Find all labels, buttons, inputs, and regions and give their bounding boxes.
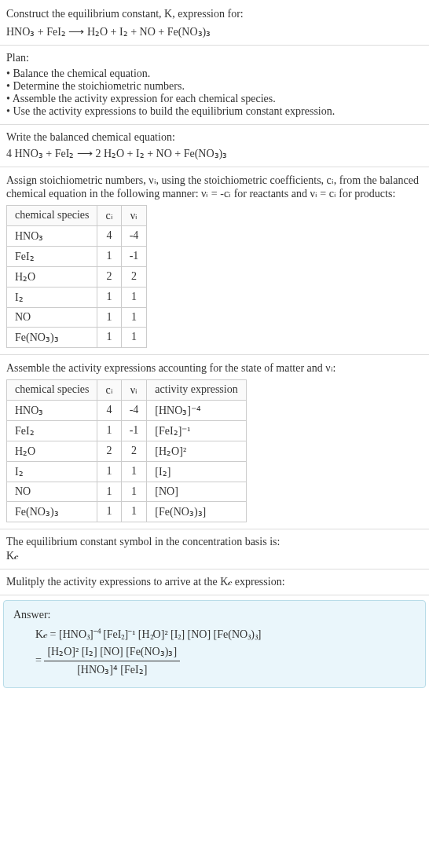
cell-v: -1 [121,246,147,266]
activity-section: Assemble the activity expressions accoun… [0,355,429,529]
answer-fraction: [H₂O]² [I₂] [NO] [Fe(NO₃)₃] [HNO₃]⁴ [FeI… [44,643,180,679]
plan-item: • Assemble the activity expression for e… [6,93,423,105]
cell-c: 4 [97,400,121,420]
cell-species: H₂O [7,441,97,461]
symbol-section: The equilibrium constant symbol in the c… [0,529,429,570]
cell-v: 1 [121,287,147,307]
plan-section: Plan: • Balance the chemical equation. •… [0,46,429,125]
table-row: I₂ 1 1 [7,287,147,307]
stoich-table: chemical species cᵢ νᵢ HNO₃ 4 -4 FeI₂ 1 … [6,205,147,348]
cell-expr: [NO] [147,482,246,501]
cell-c: 2 [97,441,121,461]
table-row: Fe(NO₃)₃ 1 1 [Fe(NO₃)₃] [7,501,247,522]
balanced-section: Write the balanced chemical equation: 4 … [0,125,429,167]
cell-c: 1 [97,246,121,266]
answer-frac-line: = [H₂O]² [I₂] [NO] [Fe(NO₃)₃] [HNO₃]⁴ [F… [13,643,416,679]
answer-line1: K𝒸 = [HNO₃]⁻⁴ [FeI₂]⁻¹ [H₂O]² [I₂] [NO] … [13,626,416,643]
activity-table: chemical species cᵢ νᵢ activity expressi… [6,379,247,522]
cell-species: Fe(NO₃)₃ [7,501,97,522]
intro-section: Construct the equilibrium constant, K, e… [0,0,429,46]
cell-c: 2 [97,266,121,287]
cell-v: 2 [121,441,147,461]
table-row: HNO₃ 4 -4 [HNO₃]⁻⁴ [7,400,247,420]
table-header-row: chemical species cᵢ νᵢ [7,205,147,225]
cell-v: 1 [121,307,147,327]
cell-species: NO [7,482,97,501]
activity-heading: Assemble the activity expressions accoun… [6,361,423,375]
cell-c: 1 [97,307,121,327]
multiply-heading: Mulitply the activity expressions to arr… [6,576,423,588]
cell-expr: [H₂O]² [147,441,246,461]
plan-list: • Balance the chemical equation. • Deter… [6,68,423,118]
answer-eq: = [35,654,42,666]
balanced-heading: Write the balanced chemical equation: [6,131,423,144]
table-row: NO 1 1 [7,307,147,327]
plan-item: • Use the activity expressions to build … [6,105,423,118]
table-row: H₂O 2 2 [7,266,147,287]
table-row: HNO₃ 4 -4 [7,225,147,246]
table-row: FeI₂ 1 -1 [FeI₂]⁻¹ [7,420,247,441]
cell-species: HNO₃ [7,225,97,246]
answer-label: Answer: [13,609,416,621]
cell-c: 4 [97,225,121,246]
col-expr: activity expression [147,379,246,400]
cell-species: I₂ [7,461,97,482]
cell-species: I₂ [7,287,97,307]
stoich-heading: Assign stoichiometric numbers, νᵢ, using… [6,174,423,200]
cell-v: -1 [121,420,147,441]
cell-expr: [Fe(NO₃)₃] [147,501,246,522]
col-v: νᵢ [121,205,147,225]
cell-species: FeI₂ [7,246,97,266]
symbol-heading: The equilibrium constant symbol in the c… [6,536,423,548]
col-species: chemical species [7,205,97,225]
answer-numerator: [H₂O]² [I₂] [NO] [Fe(NO₃)₃] [44,643,180,661]
cell-c: 1 [97,501,121,522]
intro-line1: Construct the equilibrium constant, K, e… [6,6,423,22]
intro-equation: HNO₃ + FeI₂ ⟶ H₂O + I₂ + NO + Fe(NO₃)₃ [6,25,423,38]
col-c: cᵢ [97,205,121,225]
table-header-row: chemical species cᵢ νᵢ activity expressi… [7,379,247,400]
cell-v: 1 [121,482,147,501]
symbol-value: K𝒸 [6,550,423,562]
table-row: I₂ 1 1 [I₂] [7,461,247,482]
cell-expr: [FeI₂]⁻¹ [147,420,246,441]
cell-v: 2 [121,266,147,287]
cell-expr: [I₂] [147,461,246,482]
plan-heading: Plan: [6,52,423,64]
plan-item: • Determine the stoichiometric numbers. [6,80,423,93]
cell-species: H₂O [7,266,97,287]
cell-c: 1 [97,420,121,441]
table-row: FeI₂ 1 -1 [7,246,147,266]
col-c: cᵢ [97,379,121,400]
plan-item: • Balance the chemical equation. [6,68,423,80]
col-v: νᵢ [121,379,147,400]
col-species: chemical species [7,379,97,400]
cell-v: -4 [121,400,147,420]
cell-c: 1 [97,287,121,307]
table-row: H₂O 2 2 [H₂O]² [7,441,247,461]
balanced-equation: 4 HNO₃ + FeI₂ ⟶ 2 H₂O + I₂ + NO + Fe(NO₃… [6,147,423,160]
cell-v: 1 [121,327,147,347]
answer-denominator: [HNO₃]⁴ [FeI₂] [44,661,180,679]
cell-v: -4 [121,225,147,246]
cell-v: 1 [121,501,147,522]
cell-v: 1 [121,461,147,482]
cell-species: Fe(NO₃)₃ [7,327,97,347]
answer-box: Answer: K𝒸 = [HNO₃]⁻⁴ [FeI₂]⁻¹ [H₂O]² [I… [3,600,426,688]
cell-c: 1 [97,482,121,501]
cell-c: 1 [97,461,121,482]
table-row: NO 1 1 [NO] [7,482,247,501]
cell-species: NO [7,307,97,327]
multiply-section: Mulitply the activity expressions to arr… [0,570,429,595]
stoich-section: Assign stoichiometric numbers, νᵢ, using… [0,167,429,355]
cell-expr: [HNO₃]⁻⁴ [147,400,246,420]
cell-species: FeI₂ [7,420,97,441]
cell-c: 1 [97,327,121,347]
cell-species: HNO₃ [7,400,97,420]
table-row: Fe(NO₃)₃ 1 1 [7,327,147,347]
